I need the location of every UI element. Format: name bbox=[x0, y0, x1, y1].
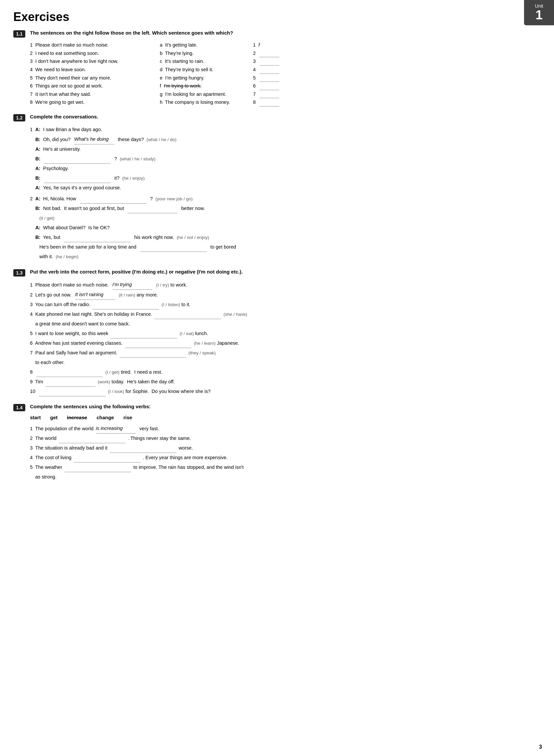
section-1-3-badge: 1.3 bbox=[13, 269, 25, 276]
exercise-1-1-body: 1 Please don't make so much noise. 2 I n… bbox=[30, 41, 541, 107]
conv-line: A: Yes, he says it's a very good course. bbox=[30, 183, 541, 193]
hint-text: (he / enjoy) bbox=[122, 176, 145, 181]
list-item: 6 Andrew has just started evening classe… bbox=[30, 338, 541, 348]
speaker-label: B: bbox=[35, 175, 40, 181]
section-1-1-badge: 1.1 bbox=[13, 30, 25, 38]
list-item: g I'm looking for an apartment. bbox=[160, 90, 246, 99]
col-middle: a It's getting late. b They're lying. c … bbox=[153, 41, 246, 107]
list-item: b They're lying. bbox=[160, 49, 246, 58]
answer-item: 4 bbox=[253, 66, 280, 74]
list-item: 4 The cost of living . Every year things… bbox=[30, 453, 541, 462]
conv-line: (it / get) bbox=[30, 213, 541, 223]
list-item: f I'm trying to work. bbox=[160, 82, 246, 90]
section-1-1-instruction: The sentences on the right follow those … bbox=[30, 30, 233, 36]
list-item: 10 (I / look) for Sophie. Do you know wh… bbox=[30, 387, 541, 396]
conv-line: with it. (he / begin) bbox=[30, 252, 541, 261]
list-item: 1 Please don't make so much noise. I'm t… bbox=[30, 280, 541, 290]
list-item: 6 Things are not so good at work. bbox=[30, 82, 153, 90]
answer-blank[interactable] bbox=[65, 472, 131, 472]
answer-item: 6 bbox=[253, 82, 280, 90]
hint-text: (what / he / study) bbox=[120, 156, 156, 162]
list-item: 9 Tim (work) today. He's taken the day o… bbox=[30, 377, 541, 387]
speaker-label: A: bbox=[35, 146, 40, 152]
answer-item: 5 bbox=[253, 74, 280, 82]
answer-blank[interactable] bbox=[119, 357, 186, 358]
answer-blank[interactable]: is increasing bbox=[96, 424, 136, 434]
section-1-4: 1.4 Complete the sentences using the fol… bbox=[13, 403, 541, 482]
list-item: e I'm getting hungry. bbox=[160, 74, 246, 82]
answer-blank[interactable] bbox=[140, 252, 207, 252]
section-1-4-header: 1.4 Complete the sentences using the fol… bbox=[13, 403, 541, 411]
hint-text: (I / look) bbox=[108, 389, 124, 394]
speaker-label: B: bbox=[35, 235, 40, 240]
page-title: Exercises bbox=[13, 10, 541, 24]
conv-line: B: ? (what / he / study) bbox=[30, 154, 541, 164]
speaker-label: B: bbox=[35, 156, 40, 162]
hint-text: (he / learn) bbox=[194, 341, 215, 346]
strikethrough-text: I'm trying to work. bbox=[164, 83, 202, 88]
list-item: 8 We're going to get wet. bbox=[30, 98, 153, 107]
hint-text: (I / listen) bbox=[162, 302, 180, 307]
conv-text: He's at university. bbox=[43, 146, 80, 152]
speaker-label: B: bbox=[35, 137, 40, 142]
exercise-1-3-list: 1 Please don't make so much noise. I'm t… bbox=[30, 280, 541, 396]
list-item: 3 You can turn off the radio. (I / liste… bbox=[30, 300, 541, 309]
list-item: h The company is losing money. bbox=[160, 98, 246, 107]
answer-item: 3 bbox=[253, 57, 280, 66]
list-item: a It's getting late. bbox=[160, 41, 246, 49]
unit-badge: Unit 1 bbox=[524, 0, 554, 25]
answer-blank[interactable] bbox=[127, 213, 177, 213]
hint-text: (I / get) bbox=[105, 370, 119, 375]
list-item: 2 The world . Things never stay the same… bbox=[30, 434, 541, 443]
section-1-4-instruction: Complete the sentences using the followi… bbox=[30, 403, 151, 409]
conv-text: I saw Brian a few days ago. bbox=[43, 127, 102, 132]
speaker-label: B: bbox=[35, 206, 40, 211]
list-item: 5 The weather to improve. The rain has s… bbox=[30, 462, 541, 472]
speaker-label: A: bbox=[35, 185, 40, 190]
list-item: 4 We need to leave soon. bbox=[30, 66, 153, 74]
hint-text: (what / he / do) bbox=[147, 137, 176, 142]
conv-line: B: Yes, but his work right now. (he / no… bbox=[30, 233, 541, 242]
answer-blank[interactable]: What's he doing bbox=[74, 134, 114, 144]
conv-text: ? bbox=[149, 196, 154, 201]
verb-get: get bbox=[50, 415, 58, 420]
answer-blank[interactable]: I'm trying bbox=[113, 280, 153, 290]
conv-num: 2 bbox=[30, 196, 33, 201]
list-item: to each other. bbox=[30, 358, 541, 367]
conv-num: 1 bbox=[30, 127, 33, 132]
list-item: 5 They don't need their car any more. bbox=[30, 74, 153, 82]
conv-text: Yes, he says it's a very good course. bbox=[43, 185, 121, 190]
list-item: 7 Paul and Sally have had an argument. (… bbox=[30, 348, 541, 358]
section-1-3: 1.3 Put the verb into the correct form, … bbox=[13, 269, 541, 396]
speaker-label: A: bbox=[35, 196, 40, 201]
list-item: 7 It isn't true what they said. bbox=[30, 90, 153, 99]
section-1-2-header: 1.2 Complete the conversations. bbox=[13, 114, 541, 121]
section-1-2: 1.2 Complete the conversations. 1 A: I s… bbox=[13, 114, 541, 261]
answer-blank[interactable]: It isn't raining bbox=[75, 290, 115, 300]
hint-text: (your new job / go) bbox=[156, 196, 193, 201]
verb-rise: rise bbox=[123, 415, 132, 420]
section-1-1: 1.1 The sentences on the right follow th… bbox=[13, 30, 541, 107]
section-1-1-header: 1.1 The sentences on the right follow th… bbox=[13, 30, 541, 38]
conv-text: with it. bbox=[39, 254, 54, 259]
hint-text: (she / have) bbox=[223, 312, 247, 317]
verb-increase: increase bbox=[67, 415, 87, 420]
speaker-label: A: bbox=[35, 225, 40, 230]
conv-text: his work right now. bbox=[133, 235, 175, 240]
answer-blank[interactable] bbox=[155, 319, 221, 319]
list-item: 5 I want to lose weight, so this week (I… bbox=[30, 329, 541, 338]
conv-text: Yes, but bbox=[43, 235, 62, 240]
conv-line: A: What about Daniel? Is he OK? bbox=[30, 223, 541, 233]
verb-list: start get increase change rise bbox=[30, 415, 541, 420]
answer-blank[interactable] bbox=[259, 106, 279, 107]
col-left: 1 Please don't make so much noise. 2 I n… bbox=[30, 41, 153, 107]
list-item: 2 I need to eat something soon. bbox=[30, 49, 153, 58]
hint-text: (he / begin) bbox=[56, 254, 78, 259]
unit-number: 1 bbox=[524, 9, 554, 21]
conv-text: What about Daniel? Is he OK? bbox=[43, 225, 110, 230]
list-item: 8 (I / get) tired. I need a rest. bbox=[30, 367, 541, 377]
section-1-3-instruction: Put the verb into the correct form, posi… bbox=[30, 269, 243, 274]
answer-blank[interactable] bbox=[39, 396, 106, 396]
conv-text: it? bbox=[113, 175, 121, 181]
conversations-block: 1 A: I saw Brian a few days ago. B: Oh, … bbox=[30, 125, 541, 261]
